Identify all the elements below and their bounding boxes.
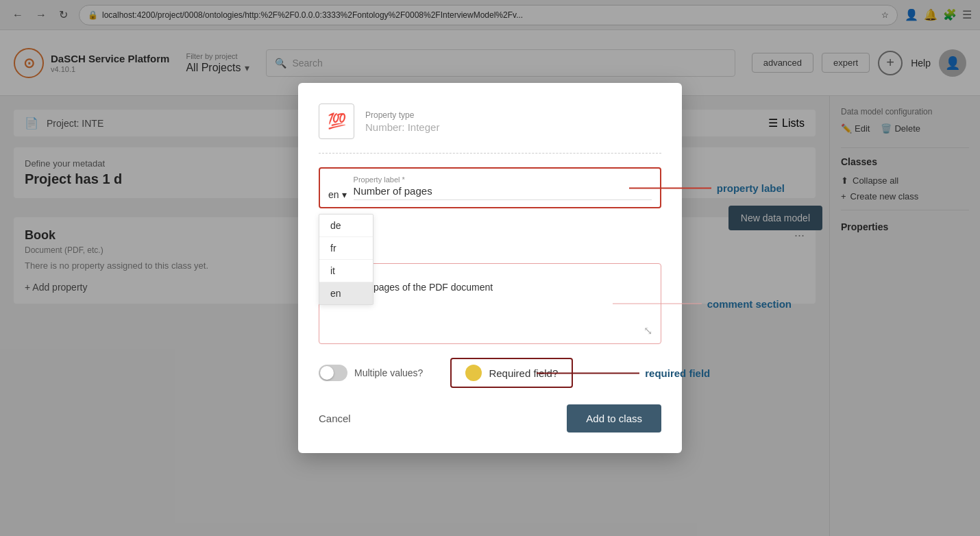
lang-option-en[interactable]: en [319,282,373,304]
required-field-annotation: required field [537,367,710,379]
property-type-label: Property type [365,110,439,120]
property-type-section: 💯 Property type Number: Integer [319,103,661,154]
lang-value: en [328,189,339,200]
add-to-class-button[interactable]: Add to class [567,404,661,433]
comment-field-label: Comment [328,271,652,279]
multiple-values-label: Multiple values? [354,367,423,378]
required-arrow-line [537,372,639,374]
property-label-annotation-text: property label [717,182,785,194]
required-dot [465,365,482,381]
modal-footer: Cancel Add to class [319,404,661,433]
language-dropdown: de fr it en [319,214,373,305]
multiple-values-toggle[interactable] [319,365,347,381]
property-type-value: Number: Integer [365,121,439,133]
comment-annotation: comment section [613,298,792,310]
property-label-field: Property label * [354,175,652,200]
resize-icon: ⤡ [328,326,652,337]
property-label-wrapper: en ▾ Property label * de fr it en proper… [319,167,661,208]
property-label-annotation: property label [629,182,785,194]
property-label-field-label: Property label * [354,175,652,184]
required-annotation-text: required field [645,367,710,379]
property-type-icon: 💯 [319,103,354,139]
comment-arrow-line [613,304,702,304]
property-label-input[interactable] [354,185,652,200]
lang-option-de[interactable]: de [319,215,373,237]
comment-input[interactable]: number of pages of the PDF document [328,282,652,323]
bottom-controls: Multiple values? Required field? require… [319,358,661,388]
modal-dialog: 💯 Property type Number: Integer en ▾ Pro… [298,83,682,453]
required-field-wrapper: Required field? required field [450,358,573,388]
property-label-box: en ▾ Property label * [319,167,661,208]
property-label-arrow-line [629,187,711,188]
modal-overlay: 💯 Property type Number: Integer en ▾ Pro… [0,0,980,536]
multiple-values-group: Multiple values? [319,365,423,381]
lang-option-fr[interactable]: fr [319,237,373,260]
toggle-knob [320,366,334,380]
hundred-icon: 💯 [328,112,346,130]
language-select-button[interactable]: en ▾ [328,189,347,200]
cancel-button[interactable]: Cancel [319,413,351,424]
lang-chevron-icon: ▾ [342,189,347,200]
comment-annotation-text: comment section [707,298,792,310]
lang-option-it[interactable]: it [319,260,373,282]
property-type-info: Property type Number: Integer [365,110,439,133]
